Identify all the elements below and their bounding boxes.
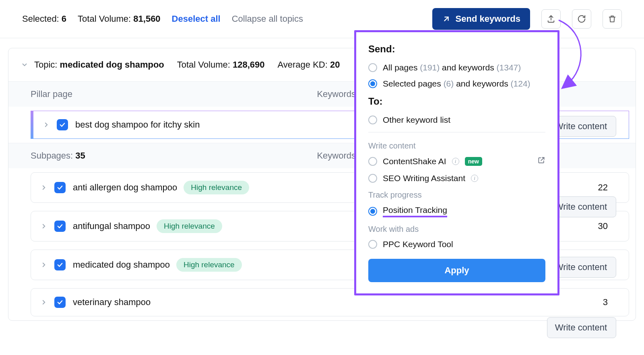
radio-selected-pages[interactable]: Selected pages (6) and keywords (124) [368,79,545,89]
check-icon [56,261,64,268]
radio-all-pages[interactable]: All pages (191) and keywords (1347) [368,63,545,72]
chevron-right-icon [40,299,47,306]
chevron-right-icon [43,121,50,128]
apply-button[interactable]: Apply [368,259,545,282]
row-checkbox[interactable] [57,119,68,130]
chevron-right-icon [40,261,47,268]
delete-button[interactable] [603,9,622,29]
send-arrow-icon [442,14,451,23]
info-icon[interactable]: i [471,175,478,182]
check-icon [56,299,64,306]
relevance-badge: High relevance [176,258,242,272]
check-icon [59,121,66,128]
row-checkbox[interactable] [54,182,66,193]
row-expand-toggle[interactable] [40,184,48,191]
chevron-right-icon [40,184,47,191]
row-title: anti allergen dog shampoo [73,182,177,193]
radio-position-tracking[interactable]: Position Tracking [368,205,545,217]
track-progress-group-label: Track progress [368,190,545,200]
row-checkbox[interactable] [54,259,66,270]
refresh-icon [577,14,586,23]
row-expand-toggle[interactable] [40,223,48,230]
row-title: best dog shampoo for itchy skin [75,120,200,130]
row-title: antifungal shampoo [73,221,150,231]
relevance-badge: High relevance [184,181,249,194]
radio-seo-writing-assistant[interactable]: SEO Writing Assistant i [368,173,545,183]
radio-icon [368,157,377,166]
chevron-right-icon [40,223,47,230]
radio-ppc-keyword-tool[interactable]: PPC Keyword Tool [368,239,545,249]
total-volume-stat: Total Volume: 81,560 [78,14,161,24]
row-title: veterinary shampoo [73,297,151,308]
radio-contentshake[interactable]: ContentShake AI i new [368,156,545,166]
topic-collapse-toggle[interactable] [21,61,29,68]
radio-icon [368,63,377,72]
collapse-all-link[interactable]: Collapse all topics [232,14,303,24]
refresh-button[interactable] [572,9,591,29]
row-checkbox[interactable] [54,297,66,308]
send-section-label: Send: [368,43,545,55]
radio-other-keyword-list[interactable]: Other keyword list [368,115,545,125]
to-section-label: To: [368,96,545,107]
relevance-badge: High relevance [157,219,222,233]
send-keywords-popup: Send: All pages (191) and keywords (1347… [354,30,559,295]
row-title: medicated dog shampoo [73,260,170,270]
external-link-icon[interactable] [537,156,545,166]
info-icon[interactable]: i [452,158,459,165]
selected-stat: Selected: 6 [22,14,66,24]
write-content-group-label: Write content [368,141,545,151]
check-icon [56,223,64,230]
trash-icon [608,14,617,23]
row-checkbox[interactable] [54,221,66,232]
radio-icon [368,207,377,216]
radio-icon [368,240,377,249]
row-expand-toggle[interactable] [42,121,50,128]
chevron-down-icon [21,61,28,68]
check-icon [56,184,64,191]
radio-icon [368,79,377,88]
row-expand-toggle[interactable] [40,299,48,306]
row-expand-toggle[interactable] [40,261,48,268]
export-button[interactable] [541,9,561,29]
deselect-all-link[interactable]: Deselect all [172,14,221,24]
radio-icon [368,116,377,124]
radio-icon [368,174,377,183]
new-badge: new [465,157,482,166]
work-with-ads-group-label: Work with ads [368,225,545,234]
upload-icon [547,14,555,23]
send-keywords-button[interactable]: Send keywords [432,8,530,30]
write-content-button[interactable]: Write content [547,317,616,338]
